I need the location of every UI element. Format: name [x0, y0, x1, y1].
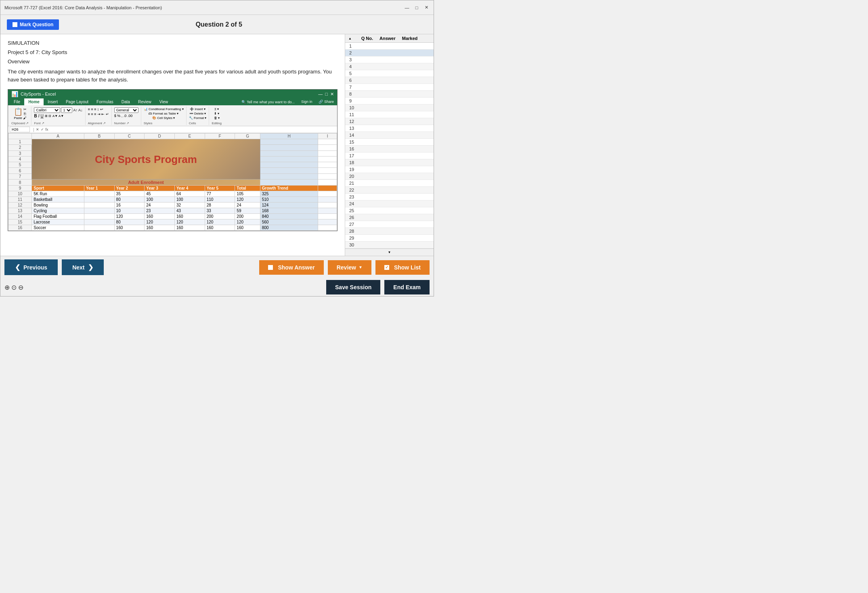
cell-f15[interactable]: 120: [205, 219, 235, 225]
insert-cells-button[interactable]: ➕ Insert ▾: [189, 107, 207, 111]
list-item[interactable]: 14: [345, 132, 434, 139]
end-exam-button[interactable]: End Exam: [384, 280, 430, 294]
cell-h8[interactable]: [260, 180, 318, 186]
sidebar-scroll-up-arrow[interactable]: ▲: [348, 37, 352, 40]
cell-a15[interactable]: Lacrosse: [32, 219, 84, 225]
list-item[interactable]: 28: [345, 228, 434, 235]
excel-tab-formulas[interactable]: Formulas: [92, 98, 117, 105]
clear-button[interactable]: 🗑 ▾: [212, 116, 221, 120]
cell-i4[interactable]: [318, 156, 337, 162]
cell-h4[interactable]: [260, 156, 318, 162]
cell-g12[interactable]: 24: [235, 203, 260, 208]
list-item[interactable]: 30: [345, 242, 434, 248]
show-answer-button[interactable]: Show Answer: [259, 260, 323, 275]
excel-tab-data[interactable]: Data: [117, 98, 134, 105]
cell-h12[interactable]: 124: [260, 203, 318, 208]
cell-a16[interactable]: Soccer: [32, 225, 84, 231]
cell-c11[interactable]: 80: [114, 197, 145, 203]
show-list-button[interactable]: ✓ Show List: [375, 260, 430, 275]
excel-minimize-icon[interactable]: —: [318, 92, 323, 97]
list-item[interactable]: 24: [345, 200, 434, 207]
col-header-b[interactable]: B: [84, 134, 114, 139]
cell-g11[interactable]: 120: [235, 197, 260, 203]
font-size-select[interactable]: 11: [61, 107, 72, 113]
cell-d14[interactable]: 160: [145, 214, 175, 219]
cell-h3[interactable]: [260, 150, 318, 156]
formula-cancel[interactable]: ✕: [36, 127, 39, 132]
cell-i14[interactable]: [318, 214, 337, 219]
cell-f12[interactable]: 28: [205, 203, 235, 208]
cell-f16[interactable]: 160: [205, 225, 235, 231]
cell-i15[interactable]: [318, 219, 337, 225]
col-total-header[interactable]: Total: [235, 186, 260, 191]
list-item[interactable]: 11: [345, 111, 434, 118]
list-item[interactable]: 26: [345, 214, 434, 221]
increase-font-button[interactable]: A↑: [73, 108, 78, 112]
cell-g15[interactable]: 120: [235, 219, 260, 225]
cell-i11[interactable]: [318, 197, 337, 203]
cell-f13[interactable]: 33: [205, 208, 235, 214]
decrease-font-button[interactable]: A↓: [78, 108, 83, 112]
list-item[interactable]: 6: [345, 77, 434, 84]
list-item[interactable]: 27: [345, 221, 434, 228]
review-button[interactable]: Review ▼: [328, 260, 371, 275]
cell-c10[interactable]: 35: [114, 191, 145, 197]
list-item[interactable]: 8: [345, 91, 434, 98]
cell-a11[interactable]: Basketball: [32, 197, 84, 203]
italic-button[interactable]: I: [38, 114, 40, 118]
zoom-out-button[interactable]: ⊖: [18, 284, 23, 291]
cell-i6[interactable]: [318, 168, 337, 173]
cell-h10[interactable]: 325: [260, 191, 318, 197]
cell-e12[interactable]: 32: [174, 203, 205, 208]
format-as-table-button[interactable]: 🗃 Format as Table ▾: [144, 112, 184, 115]
format-painter-button[interactable]: 🖌: [23, 116, 27, 120]
col-header-c[interactable]: C: [114, 134, 145, 139]
cell-d12[interactable]: 24: [145, 203, 175, 208]
cell-b15[interactable]: [84, 219, 114, 225]
cell-i9[interactable]: [318, 186, 337, 191]
excel-maximize-icon[interactable]: □: [325, 92, 328, 97]
font-family-select[interactable]: Calibri: [34, 107, 60, 113]
list-item[interactable]: 7: [345, 84, 434, 91]
cell-a13[interactable]: Cycling: [32, 208, 84, 214]
cell-e13[interactable]: 43: [174, 208, 205, 214]
share-btn[interactable]: 🔗 Share: [315, 98, 337, 105]
cell-b12[interactable]: [84, 203, 114, 208]
cell-b10[interactable]: [84, 191, 114, 197]
list-item[interactable]: 16: [345, 146, 434, 152]
tell-me-box[interactable]: 🔍 Tell me what you want to do...: [238, 98, 298, 105]
cell-g16[interactable]: 160: [235, 225, 260, 231]
cell-h14[interactable]: 840: [260, 214, 318, 219]
cell-h6[interactable]: [260, 168, 318, 173]
list-item[interactable]: 19: [345, 166, 434, 173]
list-item[interactable]: 4: [345, 63, 434, 70]
col-year3-header[interactable]: Year 3: [145, 186, 175, 191]
excel-tab-page-layout[interactable]: Page Layout: [62, 98, 92, 105]
excel-simulation[interactable]: 📊 CitySports - Excel — □ ✕ File Home Ins…: [8, 89, 338, 231]
cell-i5[interactable]: [318, 162, 337, 168]
list-item[interactable]: 9: [345, 98, 434, 104]
cell-g13[interactable]: 59: [235, 208, 260, 214]
excel-tab-home[interactable]: Home: [24, 98, 44, 105]
cell-styles-button[interactable]: 🎨 Cell Styles ▾: [144, 116, 184, 120]
col-header-i[interactable]: I: [318, 134, 337, 139]
save-session-button[interactable]: Save Session: [326, 280, 380, 294]
cell-e11[interactable]: 100: [174, 197, 205, 203]
list-item[interactable]: 12: [345, 118, 434, 125]
excel-tab-insert[interactable]: Insert: [44, 98, 62, 105]
cell-h13[interactable]: 168: [260, 208, 318, 214]
cell-h16[interactable]: 800: [260, 225, 318, 231]
col-year4-header[interactable]: Year 4: [174, 186, 205, 191]
fill-button[interactable]: ⬇ ▾: [212, 112, 221, 115]
excel-grid[interactable]: A B C D E F G H I: [8, 133, 337, 231]
sidebar-scroll-down[interactable]: ▼: [345, 248, 434, 256]
cell-i2[interactable]: [318, 145, 337, 150]
cell-e16[interactable]: 160: [174, 225, 205, 231]
cell-i16[interactable]: [318, 225, 337, 231]
list-item[interactable]: 5: [345, 70, 434, 77]
list-item[interactable]: 20: [345, 173, 434, 180]
cell-c15[interactable]: 80: [114, 219, 145, 225]
cell-c12[interactable]: 16: [114, 203, 145, 208]
cell-c13[interactable]: 10: [114, 208, 145, 214]
cell-c14[interactable]: 120: [114, 214, 145, 219]
